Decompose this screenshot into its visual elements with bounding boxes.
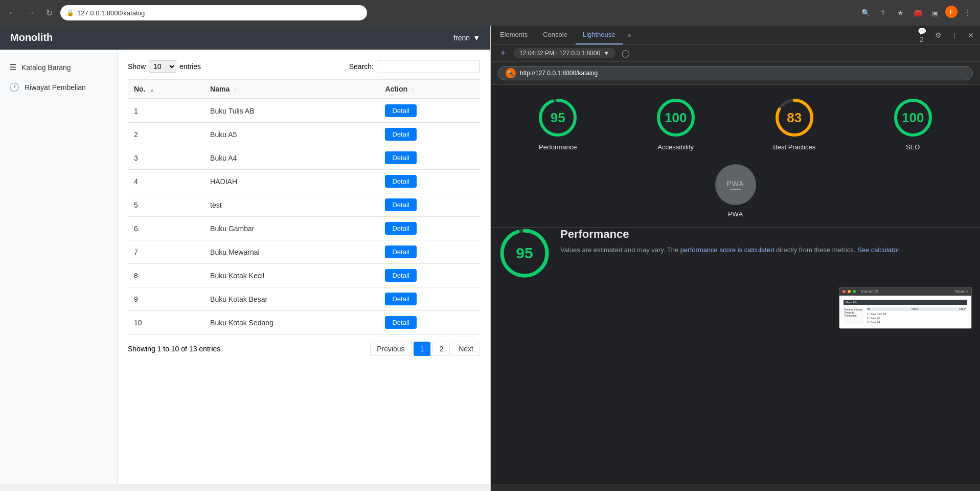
cancel-button[interactable]: ◯	[620, 47, 632, 59]
cell-action: Detail	[379, 240, 480, 264]
back-button[interactable]: ←	[5, 6, 19, 20]
detail-button-9[interactable]: Detail	[385, 293, 416, 305]
cell-action: Detail	[379, 170, 480, 193]
next-button[interactable]: Next	[452, 342, 480, 356]
list-icon: ☰	[9, 62, 16, 72]
data-table: No. ▲ Nama ↕ Action ↕	[128, 79, 480, 334]
thumbnail-dot-yellow	[848, 290, 851, 293]
table-row: 6 Buku Gambar Detail	[128, 217, 480, 240]
table-header-row: No. ▲ Nama ↕ Action ↕	[128, 80, 480, 99]
perf-title: Performance	[560, 228, 903, 241]
detail-button-7[interactable]: Detail	[385, 246, 416, 258]
cell-no: 7	[128, 240, 204, 264]
timestamp-chip: 12:04:32 PM · 127.0.0.1:8000 ▼	[513, 48, 616, 58]
perf-large-score: 95	[516, 244, 533, 262]
detail-button-10[interactable]: Detail	[385, 316, 416, 329]
col-no[interactable]: No. ▲	[128, 80, 204, 99]
devtools-toolbar: + 12:04:32 PM · 127.0.0.1:8000 ▼ ◯	[491, 45, 980, 62]
tab-elements[interactable]: Elements	[493, 26, 535, 44]
table-row: 2 Buku A5 Detail	[128, 123, 480, 146]
detail-button-4[interactable]: Detail	[385, 175, 416, 188]
search-label: Search:	[349, 62, 374, 71]
share-button[interactable]: ⇧	[876, 6, 890, 20]
page-1-button[interactable]: 1	[414, 342, 431, 356]
vertical-dots-icon[interactable]: ⋮	[947, 28, 962, 42]
entries-select[interactable]: 10 25 50 100	[149, 60, 176, 73]
accessibility-label: Accessibility	[657, 143, 694, 152]
perf-desc-link2[interactable]: See calculator	[857, 246, 899, 254]
forward-button[interactable]: →	[24, 6, 38, 20]
best-practices-label: Best Practices	[773, 143, 815, 152]
sidebar-item-katalog-barang[interactable]: ☰ Katalog Barang	[0, 57, 117, 77]
score-seo: 100 SEO	[893, 97, 933, 152]
entries-label: entries	[179, 62, 201, 71]
thumbnail-content: Monolith Katalog Barang Riwayat Pembelia…	[839, 296, 971, 328]
thumbnail-dot-red	[842, 290, 846, 293]
table-row: 8 Buku Kotak Kecil Detail	[128, 264, 480, 287]
menu-button[interactable]: ⋮	[961, 6, 975, 20]
tab-lighthouse[interactable]: Lighthouse	[576, 26, 623, 44]
performance-circle: 95	[537, 97, 578, 138]
devtools-bottom-scrollbar[interactable]	[491, 484, 980, 491]
perf-circle-large: 95	[499, 228, 550, 279]
cell-no: 6	[128, 217, 204, 240]
bookmark-button[interactable]: ★	[893, 6, 907, 20]
cell-nama: Buku Kotak Besar	[204, 287, 379, 311]
prev-button[interactable]: Previous	[370, 342, 411, 356]
show-entries: Show 10 25 50 100 entries	[128, 60, 201, 73]
user-menu[interactable]: frenn ▼	[453, 34, 480, 42]
perf-desc-link[interactable]: performance score is calculated	[680, 246, 774, 254]
col-nama[interactable]: Nama ↕	[204, 80, 379, 99]
perf-score-large: 95 Performance Values are estimated and …	[499, 228, 972, 279]
col-action[interactable]: Action ↕	[379, 80, 480, 99]
detail-button-6[interactable]: Detail	[385, 222, 416, 235]
detail-button-2[interactable]: Detail	[385, 128, 416, 141]
detail-button-8[interactable]: Detail	[385, 269, 416, 282]
thumbnail-header: Monolith	[844, 300, 967, 305]
pwa-section: PWA PWA	[491, 164, 980, 227]
detail-button-5[interactable]: Detail	[385, 198, 416, 211]
chat-icon[interactable]: 💬 2	[915, 28, 929, 42]
table-row: 9 Buku Kotak Besar Detail	[128, 287, 480, 311]
thumbnail-row1: 1 · Buku Tulis AB	[866, 312, 967, 316]
detail-button-1[interactable]: Detail	[385, 104, 416, 117]
performance-score: 95	[551, 110, 565, 126]
seo-score: 100	[902, 110, 924, 126]
url-text: 127.0.0.1:8000/katalog	[77, 9, 145, 17]
sidebar-item-riwayat-pembelian[interactable]: 🕐 Riwayat Pembelian	[0, 77, 117, 97]
window-button[interactable]: ▣	[928, 6, 942, 20]
pwa-circle: PWA	[715, 164, 756, 205]
extensions-button[interactable]: 🧰	[910, 6, 925, 20]
cell-no: 10	[128, 311, 204, 334]
bottom-scrollbar[interactable]	[0, 484, 490, 491]
content-area: Show 10 25 50 100 entries Search:	[118, 50, 490, 484]
thumbnail-table: No.NamaAction 1 · Buku Tulis AB 2 · Buku…	[866, 307, 967, 324]
add-report-button[interactable]: +	[497, 47, 509, 59]
perf-desc1: Values are estimated and may vary. The	[560, 246, 680, 254]
search-box: Search:	[349, 60, 480, 73]
timestamp-text: 12:04:32 PM · 127.0.0.1:8000	[519, 50, 600, 57]
settings-icon[interactable]: ⚙	[931, 28, 945, 42]
detail-button-3[interactable]: Detail	[385, 151, 416, 164]
cell-action: Detail	[379, 287, 480, 311]
close-devtools-button[interactable]: ✕	[964, 28, 978, 42]
pwa-dash	[731, 189, 741, 190]
page-2-button[interactable]: 2	[432, 342, 450, 356]
address-bar[interactable]: 🔒 127.0.0.1:8000/katalog	[60, 5, 367, 20]
sidebar-katalog-label: Katalog Barang	[21, 63, 71, 72]
more-tabs-icon[interactable]: »	[624, 32, 635, 39]
lighthouse-url-text: http://127.0.0.1:8000/katalog	[520, 70, 598, 77]
cell-no: 2	[128, 123, 204, 146]
sort-icon-no: ▲	[149, 87, 154, 93]
reload-button[interactable]: ↻	[42, 6, 56, 20]
cell-nama: Buku A5	[204, 123, 379, 146]
profile-avatar[interactable]: F	[945, 6, 958, 18]
score-performance: 95 Performance	[537, 97, 578, 152]
perf-desc3: .	[901, 246, 903, 254]
table-row: 4 HADIAH Detail	[128, 170, 480, 193]
page-thumbnail: Monolith Next > Monolith Katalog Barang …	[839, 287, 972, 329]
search-input[interactable]	[378, 60, 480, 73]
zoom-button[interactable]: 🔍	[858, 6, 873, 20]
table-row: 5 test Detail	[128, 193, 480, 217]
tab-console[interactable]: Console	[536, 26, 575, 44]
